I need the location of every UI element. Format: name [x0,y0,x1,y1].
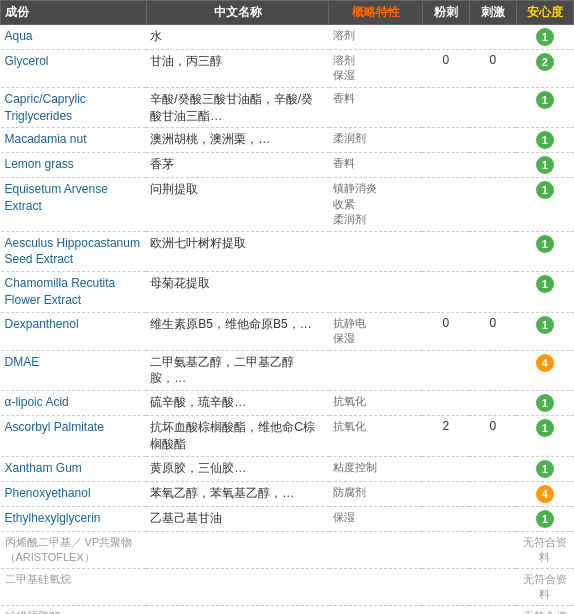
cell-irritant [469,153,516,178]
cell-powder: 0 [422,312,469,350]
cell-ingredient: Aqua [1,25,147,50]
cell-safety: 1 [516,456,573,481]
table-row: 二甲基硅氧烷无符合资料 [1,569,574,606]
header-ingredient: 成份 [1,1,147,25]
table-row: Ascorbyl Palmitate抗坏血酸棕榈酸酯，维他命C棕榈酸酯抗氧化20… [1,416,574,457]
cell-chinese [146,569,328,606]
cell-safety: 1 [516,231,573,272]
cell-chinese [146,531,328,569]
cell-powder [422,506,469,531]
cell-powder [422,153,469,178]
safety-badge: 1 [536,91,554,109]
safety-badge: 1 [536,460,554,478]
cell-irritant [469,391,516,416]
cell-safety: 1 [516,87,573,128]
cell-overview [329,231,423,272]
cell-powder: 0 [422,50,469,88]
cell-powder [422,531,469,569]
cell-safety: 1 [516,25,573,50]
cell-overview: 防腐剂 [329,481,423,506]
cell-safety: 1 [516,272,573,313]
cell-safety: 1 [516,178,573,231]
cell-powder [422,606,469,614]
cell-powder [422,128,469,153]
cell-ingredient: Ascorbyl Palmitate [1,416,147,457]
cell-overview: 溶剂 [329,25,423,50]
safety-badge: 1 [536,510,554,528]
cell-overview: 保湿 [329,506,423,531]
cell-irritant [469,481,516,506]
cell-irritant [469,272,516,313]
table-row: Chamomilla Recutita Flower Extract母菊花提取1 [1,272,574,313]
cell-ingredient: Chamomilla Recutita Flower Extract [1,272,147,313]
table-row: Lemon grass香茅香料1 [1,153,574,178]
cell-overview [329,272,423,313]
cell-safety: 4 [516,481,573,506]
safety-badge: 1 [536,419,554,437]
cell-safety: 无符合资料 [516,606,573,614]
cell-chinese: 维生素原B5，维他命原B5，… [146,312,328,350]
cell-overview: 粘度控制 [329,456,423,481]
table-row: Aqua水溶剂1 [1,25,574,50]
cell-powder [422,350,469,391]
cell-overview [329,569,423,606]
ingredients-table: 成份 中文名称 概略特性 粉刺 刺激 安心度 Aqua水溶剂1Glycerol甘… [0,0,574,614]
cell-safety: 2 [516,50,573,88]
safety-badge: 4 [536,354,554,372]
cell-irritant [469,606,516,614]
cell-overview [329,531,423,569]
safety-badge: 1 [536,235,554,253]
cell-overview [329,606,423,614]
cell-safety: 1 [516,416,573,457]
safety-badge: 1 [536,131,554,149]
cell-chinese: 抗坏血酸棕榈酸酯，维他命C棕榈酸酯 [146,416,328,457]
cell-ingredient: Dexpanthenol [1,312,147,350]
header-powder: 粉刺 [422,1,469,25]
cell-ingredient: α-lipoic Acid [1,391,147,416]
cell-ingredient: Aesculus Hippocastanum Seed Extract [1,231,147,272]
cell-ingredient: Xantham Gum [1,456,147,481]
table-row: 鲸蜡硬脂20无符合资料 [1,606,574,614]
cell-safety: 无符合资料 [516,531,573,569]
cell-chinese [146,606,328,614]
cell-irritant [469,506,516,531]
safety-badge: 4 [536,485,554,503]
cell-ingredient: 丙烯酰二甲基／ VP共聚物（ARISTOFLEX） [1,531,147,569]
table-row: Dexpanthenol维生素原B5，维他命原B5，…抗静电保湿001 [1,312,574,350]
cell-powder [422,87,469,128]
table-row: 丙烯酰二甲基／ VP共聚物（ARISTOFLEX）无符合资料 [1,531,574,569]
table-row: α-lipoic Acid硫辛酸，琉辛酸…抗氧化1 [1,391,574,416]
table-row: Ethylhexylglycerin乙基己基甘油保湿1 [1,506,574,531]
cell-ingredient: Phenoxyethanol [1,481,147,506]
cell-overview: 香料 [329,153,423,178]
safety-badge: 1 [536,28,554,46]
cell-chinese: 澳洲胡桃，澳洲栗，… [146,128,328,153]
cell-chinese: 黄原胶，三仙胶… [146,456,328,481]
cell-irritant: 0 [469,416,516,457]
cell-powder [422,272,469,313]
cell-chinese: 乙基己基甘油 [146,506,328,531]
cell-ingredient: Macadamia nut [1,128,147,153]
table-row: Phenoxyethanol苯氧乙醇，苯氧基乙醇，…防腐剂4 [1,481,574,506]
cell-irritant [469,87,516,128]
cell-safety: 1 [516,128,573,153]
cell-ingredient: Glycerol [1,50,147,88]
cell-overview: 抗氧化 [329,416,423,457]
cell-chinese: 母菊花提取 [146,272,328,313]
header-safety: 安心度 [516,1,573,25]
cell-powder [422,456,469,481]
cell-overview: 镇静消炎收紧柔润剂 [329,178,423,231]
cell-overview: 抗静电保湿 [329,312,423,350]
cell-ingredient: 二甲基硅氧烷 [1,569,147,606]
cell-chinese: 欧洲七叶树籽提取 [146,231,328,272]
cell-powder [422,481,469,506]
table-row: Aesculus Hippocastanum Seed Extract欧洲七叶树… [1,231,574,272]
cell-chinese: 甘油，丙三醇 [146,50,328,88]
cell-ingredient: Ethylhexylglycerin [1,506,147,531]
cell-safety: 1 [516,312,573,350]
table-row: Macadamia nut澳洲胡桃，澳洲栗，…柔润剂1 [1,128,574,153]
cell-ingredient: Equisetum Arvense Extract [1,178,147,231]
cell-ingredient: Lemon grass [1,153,147,178]
safety-badge: 1 [536,275,554,293]
cell-powder [422,231,469,272]
